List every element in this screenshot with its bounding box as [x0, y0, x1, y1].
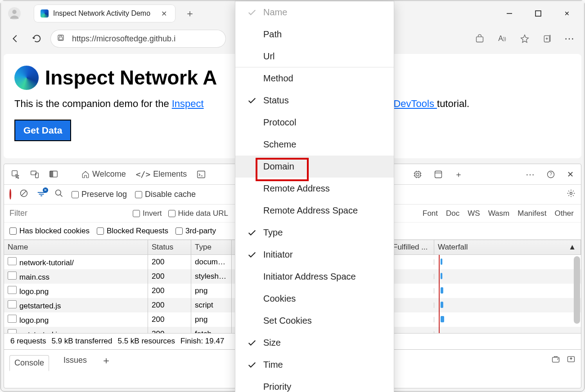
context-menu-item[interactable]: Status: [235, 89, 394, 111]
search-icon[interactable]: [54, 189, 63, 200]
shopping-icon[interactable]: [472, 31, 488, 47]
refresh-button[interactable]: [29, 31, 45, 47]
filter-input[interactable]: [9, 209, 126, 218]
file-icon: [8, 272, 17, 280]
read-aloud-icon[interactable]: A)): [494, 31, 510, 47]
context-menu-item[interactable]: Method: [235, 67, 394, 89]
context-menu-item[interactable]: Scheme: [235, 134, 394, 156]
profile-avatar-icon[interactable]: [8, 7, 21, 20]
help-icon[interactable]: ?: [544, 168, 558, 181]
svg-rect-17: [435, 171, 442, 178]
menu-button[interactable]: ⋯: [562, 31, 578, 47]
site-info-icon[interactable]: [57, 34, 65, 44]
column-context-menu: NamePathUrlMethodStatusProtocolSchemeDom…: [235, 1, 394, 392]
tab-welcome[interactable]: Welcome: [79, 168, 129, 181]
more-tools-icon[interactable]: ⋯: [523, 167, 537, 182]
more-tabs-button[interactable]: ＋: [452, 167, 465, 182]
blocked-requests-checkbox[interactable]: Blocked Requests: [97, 227, 168, 236]
get-data-button[interactable]: Get Data: [14, 120, 71, 141]
svg-rect-5: [477, 37, 483, 42]
edge-favicon-icon: [40, 9, 49, 18]
maximize-button[interactable]: [530, 5, 546, 22]
clear-button[interactable]: [19, 189, 28, 200]
filter-funnel-icon[interactable]: ✕: [36, 188, 46, 200]
context-menu-item[interactable]: Remote Address: [235, 178, 394, 200]
context-menu-item[interactable]: Remote Address Space: [235, 200, 394, 222]
record-button[interactable]: [9, 190, 11, 199]
drawer-icon-2[interactable]: [567, 355, 576, 366]
tab-elements[interactable]: </>Elements: [133, 168, 190, 181]
svg-line-24: [60, 195, 63, 197]
disable-cache-checkbox[interactable]: Disable cache: [135, 190, 196, 199]
svg-rect-13: [50, 171, 54, 177]
preserve-log-checkbox[interactable]: Preserve log: [72, 190, 127, 199]
svg-point-23: [56, 190, 61, 196]
context-menu-item[interactable]: Domain: [235, 156, 394, 178]
check-icon: [247, 8, 257, 18]
drawer-icon-1[interactable]: [551, 355, 560, 366]
file-icon: [8, 329, 17, 333]
context-menu-item[interactable]: Protocol: [235, 111, 394, 134]
tab-close-button[interactable]: ✕: [159, 8, 169, 20]
application-icon[interactable]: [431, 168, 446, 181]
context-menu-item[interactable]: Time: [235, 354, 394, 376]
col-name[interactable]: Name: [4, 240, 148, 254]
svg-point-0: [12, 10, 16, 14]
new-tab-button[interactable]: ＋: [182, 6, 198, 21]
check-icon: [247, 360, 257, 370]
inspect-element-icon[interactable]: [9, 168, 23, 181]
col-waterfall[interactable]: Waterfall▲: [434, 240, 581, 254]
minimize-button[interactable]: [501, 5, 518, 22]
filter-other[interactable]: Other: [553, 208, 576, 219]
context-menu-item[interactable]: Initiator Address Space: [235, 266, 394, 288]
context-menu-item[interactable]: Type: [235, 222, 394, 244]
close-devtools-button[interactable]: ✕: [564, 168, 576, 181]
svg-rect-4: [59, 37, 63, 40]
context-menu-item[interactable]: Initiator: [235, 244, 394, 266]
collections-icon[interactable]: [539, 31, 555, 47]
context-menu-item[interactable]: Size: [235, 332, 394, 354]
favorite-star-icon[interactable]: [517, 31, 533, 47]
col-type[interactable]: Type: [191, 240, 232, 254]
back-button[interactable]: [7, 31, 23, 47]
tab-console-icon[interactable]: [194, 168, 208, 181]
link-inspect[interactable]: Inspect: [172, 98, 204, 109]
network-settings-icon[interactable]: [567, 189, 576, 200]
col-status[interactable]: Status: [148, 240, 191, 254]
dock-side-icon[interactable]: [46, 168, 61, 181]
filter-doc[interactable]: Doc: [444, 208, 461, 219]
address-bar[interactable]: https://microsoftedge.github.i: [50, 30, 226, 48]
filter-font[interactable]: Font: [421, 208, 440, 219]
sort-arrow-icon: ▲: [568, 243, 576, 252]
hide-data-urls-checkbox[interactable]: Hide data URL: [168, 209, 229, 218]
close-window-button[interactable]: ✕: [559, 5, 575, 22]
drawer-tab-console[interactable]: Console: [9, 355, 49, 371]
drawer-add-tab[interactable]: ＋: [101, 354, 111, 367]
col-fulfilled[interactable]: Fulfilled ...: [389, 240, 434, 254]
third-party-checkbox[interactable]: 3rd-party: [176, 227, 216, 236]
url-text: https://microsoftedge.github.i: [72, 34, 176, 44]
scrollbar-thumb[interactable]: [574, 256, 580, 324]
file-icon: [8, 257, 17, 265]
context-menu-item[interactable]: Priority: [235, 376, 394, 392]
invert-checkbox[interactable]: Invert: [133, 209, 162, 218]
svg-line-22: [22, 191, 26, 196]
device-emulation-icon[interactable]: [27, 168, 42, 181]
context-menu-item[interactable]: Name: [235, 1, 394, 23]
filter-wasm[interactable]: Wasm: [486, 208, 512, 219]
check-icon: [247, 228, 257, 238]
browser-tab[interactable]: Inspect Network Activity Demo ✕: [34, 5, 175, 22]
context-menu-item[interactable]: Cookies: [235, 288, 394, 310]
context-menu-item[interactable]: Url: [235, 45, 394, 67]
context-menu-item[interactable]: Path: [235, 23, 394, 45]
context-menu-item[interactable]: Set Cookies: [235, 310, 394, 332]
svg-point-25: [570, 192, 572, 195]
memory-icon[interactable]: [410, 168, 425, 181]
svg-rect-15: [415, 172, 420, 177]
filter-manifest[interactable]: Manifest: [516, 208, 548, 219]
filter-ws[interactable]: WS: [466, 208, 482, 219]
file-icon: [8, 315, 17, 323]
file-icon: [8, 300, 17, 308]
has-blocked-cookies-checkbox[interactable]: Has blocked cookies: [9, 227, 90, 236]
drawer-tab-issues[interactable]: Issues: [59, 353, 91, 368]
